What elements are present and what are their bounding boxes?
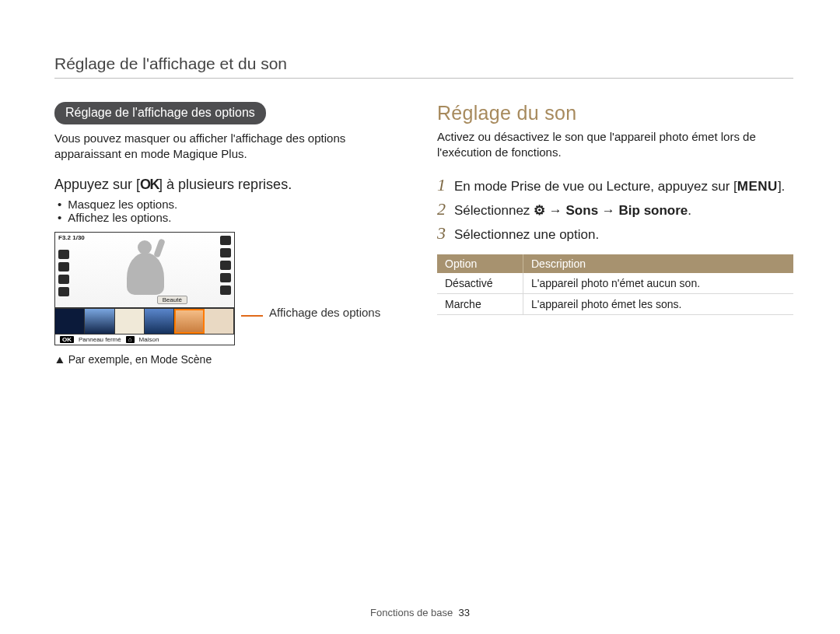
step-text-after: . [688,203,691,218]
home-key-icon: ⌂ [126,336,135,343]
step-text: Sélectionnez ⚙ → Sons → Bip sonore. [454,202,793,219]
press-before: Appuyez sur [ [54,177,140,192]
step-text: Sélectionnez une option. [454,227,793,243]
page-title: Réglage de l'affichage et du son [54,54,793,73]
press-after: ] à plusieurs reprises. [159,177,292,192]
camera-screenshot: F3.2 1/30 1 [54,232,235,345]
thumb [115,309,145,334]
thumb [85,309,114,334]
exposure-label: F3.2 1/30 [58,234,85,241]
step: 2 Sélectionnez ⚙ → Sons → Bip sonore. [437,199,793,219]
af-icon [220,261,231,270]
battery-icon [220,236,231,245]
footer-section: Fonctions de base [370,607,453,618]
gear-icon: ⚙ [534,202,545,219]
timer-icon [220,273,231,282]
ok-key-icon: OK [60,336,74,343]
thumb-selected [174,309,204,334]
step: 3 Sélectionnez une option. [437,223,793,243]
step-text-before: En mode Prise de vue ou Lecture, appuyez… [454,179,737,194]
table-row: Marche L'appareil photo émet les sons. [437,293,793,314]
beauty-badge: Beauté [157,296,187,304]
step-number: 3 [437,223,454,243]
page-number: 33 [459,607,470,618]
bullet-item: Affichez les options. [58,211,411,224]
step: 1 En mode Prise de vue ou Lecture, appuy… [437,175,793,195]
step-text-before: Sélectionnez [454,203,534,218]
table-row: Désactivé L'appareil photo n'émet aucun … [437,273,793,294]
step-bold-path: → Sons → Bip sonore [545,203,688,218]
right-column: Réglage du son Activez ou désactivez le … [437,102,793,366]
cell-description: L'appareil photo n'émet aucun son. [523,273,794,294]
is-icon [220,285,231,295]
options-bullets: Masquez les options. Affichez les option… [58,198,411,224]
mode-icon [220,248,231,257]
options-table: Option Description Désactivé L'appareil … [437,254,793,315]
step-text: En mode Prise de vue ou Lecture, appuyez… [454,179,793,194]
iso-icon [58,262,69,271]
section-pill: Réglage de l'affichage des options [54,102,266,124]
manual-page: Réglage de l'affichage et du son Réglage… [0,0,840,634]
right-icon-stack [220,236,231,295]
foot-panel-label: Panneau fermé [79,336,121,343]
example-caption: ▲ Par exemple, en Mode Scène [54,353,411,366]
press-instruction: Appuyez sur [OK] à plusieurs reprises. [54,177,411,193]
th-option: Option [437,254,523,273]
bullet-item: Masquez les options. [58,198,411,211]
thumb [145,309,174,334]
cell-description: L'appareil photo émet les sons. [523,293,794,314]
scene-thumbnails [55,308,234,335]
step-number: 2 [437,199,454,219]
up-triangle-icon: ▲ [54,353,65,366]
step-number: 1 [437,175,454,195]
left-intro: Vous pouvez masquer ou afficher l'affich… [54,131,411,163]
cell-option: Désactivé [437,273,523,294]
caption-text: Par exemple, en Mode Scène [68,353,212,366]
cell-option: Marche [437,293,523,314]
thumb [55,309,85,334]
grid-icon [58,250,69,259]
person-silhouette [110,239,172,301]
left-column: Réglage de l'affichage des options Vous … [54,102,411,366]
table-header-row: Option Description [437,254,793,273]
shot-footer: OK Panneau fermé ⌂ Maison [55,335,234,345]
page-footer: Fonctions de base 33 [0,607,840,618]
steps-list: 1 En mode Prise de vue ou Lecture, appuy… [437,175,793,243]
ok-icon: OK [140,177,159,193]
foot-home-label: Maison [139,336,159,343]
title-rule [54,78,793,79]
callout-line [241,315,263,317]
left-icon-stack [58,250,69,296]
columns: Réglage de l'affichage des options Vous … [54,102,793,366]
th-description: Description [523,254,794,273]
right-intro: Activez ou désactivez le son que l'appar… [437,129,793,161]
step-text-after: ]. [778,179,785,194]
flash-icon [58,287,69,296]
menu-icon: MENU [737,179,778,194]
shot-viewport: F3.2 1/30 1 [55,233,234,308]
screenshot-with-callout: F3.2 1/30 1 [54,232,411,345]
thumb [205,309,234,334]
sound-heading: Réglage du son [437,102,793,124]
ev-icon [58,275,69,284]
callout-label: Affichage des options [269,306,380,319]
